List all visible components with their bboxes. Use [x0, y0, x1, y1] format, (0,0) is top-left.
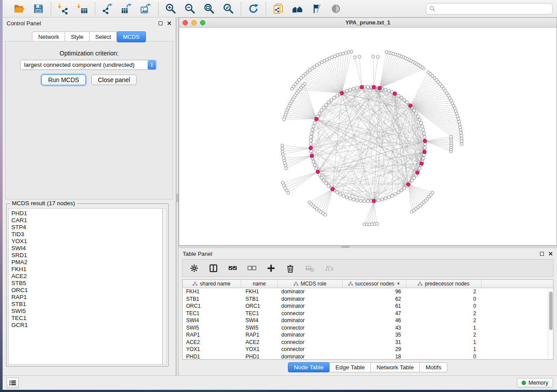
table-row[interactable]: STB1STB1dominator620: [183, 296, 553, 303]
graph-node[interactable]: [309, 139, 312, 142]
open-file-button[interactable]: [13, 3, 25, 15]
dominator-node[interactable]: [393, 92, 396, 95]
graph-node[interactable]: [422, 132, 426, 135]
column-header-successor-nodes[interactable]: successor nodes▼: [343, 280, 406, 288]
table-row[interactable]: YOX1YOX1connector291: [183, 346, 553, 353]
graph-node[interactable]: [309, 142, 312, 145]
dominator-node[interactable]: [372, 86, 376, 89]
graph-node[interactable]: [363, 199, 366, 203]
graph-node[interactable]: [358, 55, 361, 58]
mcds-result-item[interactable]: YOX1: [11, 238, 162, 245]
graph-node[interactable]: [415, 112, 418, 115]
graph-node[interactable]: [412, 109, 415, 112]
graph-node[interactable]: [376, 55, 379, 58]
graph-node[interactable]: [366, 85, 369, 88]
table-row[interactable]: PHD1PHD1dominator180: [183, 353, 553, 360]
graph-node[interactable]: [327, 184, 330, 187]
graph-node[interactable]: [459, 126, 462, 129]
dominator-node[interactable]: [315, 117, 318, 121]
graph-node[interactable]: [281, 150, 284, 153]
graph-node[interactable]: [400, 189, 403, 192]
graph-node[interactable]: [372, 55, 375, 58]
tab-edge-table[interactable]: Edge Table: [329, 362, 371, 372]
graph-node[interactable]: [318, 112, 321, 115]
splitter-handle[interactable]: [176, 194, 178, 202]
mcds-result-item[interactable]: SRD1: [11, 252, 162, 259]
dominator-node[interactable]: [423, 139, 427, 143]
graph-node[interactable]: [344, 52, 347, 55]
column-header-name[interactable]: name: [241, 280, 278, 288]
dominator-node[interactable]: [420, 162, 423, 165]
graph-node[interactable]: [391, 194, 394, 197]
graph-node[interactable]: [387, 89, 391, 93]
graph-node[interactable]: [403, 186, 406, 189]
task-history-button[interactable]: [7, 378, 19, 388]
float-panel-icon[interactable]: [540, 252, 544, 256]
tab-motifs[interactable]: Motifs: [419, 362, 447, 372]
dominator-node[interactable]: [372, 199, 376, 203]
graph-node[interactable]: [327, 101, 330, 104]
graph-node[interactable]: [412, 176, 415, 179]
graph-node[interactable]: [423, 135, 426, 138]
dominator-node[interactable]: [378, 86, 381, 90]
graph-node[interactable]: [460, 131, 463, 134]
graph-node[interactable]: [352, 198, 355, 201]
dominator-node[interactable]: [408, 104, 412, 107]
graph-node[interactable]: [419, 121, 422, 124]
graph-node[interactable]: [325, 182, 328, 185]
zoom-fit-button[interactable]: [203, 3, 215, 15]
mcds-result-item[interactable]: SWI4: [11, 245, 162, 252]
memory-button[interactable]: Memory: [517, 378, 553, 388]
export-network-button[interactable]: [101, 3, 114, 15]
delete-column-button[interactable]: [285, 263, 295, 273]
table-row[interactable]: SWI5SWI5connector431: [183, 324, 553, 332]
graph-node[interactable]: [460, 137, 463, 140]
dominator-node[interactable]: [316, 170, 319, 173]
graph-node[interactable]: [322, 106, 325, 109]
graph-node[interactable]: [336, 94, 339, 97]
graph-node[interactable]: [320, 176, 323, 179]
table-row[interactable]: ACE2ACE2connector311: [183, 339, 553, 346]
graph-node[interactable]: [356, 199, 359, 202]
graph-node[interactable]: [320, 109, 323, 112]
graph-node[interactable]: [313, 164, 316, 167]
graph-node[interactable]: [385, 51, 388, 54]
graph-node[interactable]: [325, 103, 328, 107]
tab-mcds[interactable]: MCDS: [117, 31, 145, 42]
mcds-result-item[interactable]: SWI5: [11, 308, 162, 315]
graph-node[interactable]: [375, 222, 378, 225]
graph-node[interactable]: [460, 134, 463, 137]
column-header-shared-name[interactable]: shared name: [183, 280, 241, 288]
column-settings-button[interactable]: [189, 263, 199, 273]
graph-node[interactable]: [345, 89, 348, 93]
graph-node[interactable]: [309, 150, 312, 153]
dominator-node[interactable]: [415, 171, 419, 174]
scrollbar-thumb[interactable]: [549, 292, 553, 330]
tab-node-table[interactable]: Node Table: [288, 362, 330, 372]
graph-node[interactable]: [315, 167, 318, 170]
graph-node[interactable]: [312, 125, 315, 128]
dominator-node[interactable]: [423, 150, 426, 154]
dominator-node[interactable]: [360, 86, 363, 89]
clone-network-button[interactable]: [272, 3, 284, 15]
graph-node[interactable]: [418, 118, 421, 121]
mcds-result-item[interactable]: TID3: [11, 231, 162, 238]
dominator-node[interactable]: [331, 187, 334, 191]
mcds-result-item[interactable]: STB1: [11, 301, 162, 308]
graph-node[interactable]: [460, 143, 464, 146]
mcds-result-item[interactable]: STP4: [11, 224, 162, 231]
table-row[interactable]: ORC1ORC1dominator610: [183, 303, 553, 310]
close-panel-icon[interactable]: ✕: [167, 21, 172, 25]
mcds-result-item[interactable]: TEC1: [11, 315, 162, 322]
graph-node[interactable]: [458, 123, 461, 126]
graph-node[interactable]: [291, 87, 294, 90]
graph-node[interactable]: [400, 96, 403, 99]
graph-node[interactable]: [397, 94, 400, 97]
export-table-button[interactable]: [121, 3, 133, 15]
graph-node[interactable]: [418, 167, 421, 170]
mcds-result-item[interactable]: FKH1: [11, 266, 162, 273]
graph-node[interactable]: [311, 128, 314, 131]
table-row[interactable]: FKH1FKH1dominator962: [183, 288, 553, 296]
graph-node[interactable]: [397, 191, 400, 194]
graph-node[interactable]: [384, 197, 387, 200]
